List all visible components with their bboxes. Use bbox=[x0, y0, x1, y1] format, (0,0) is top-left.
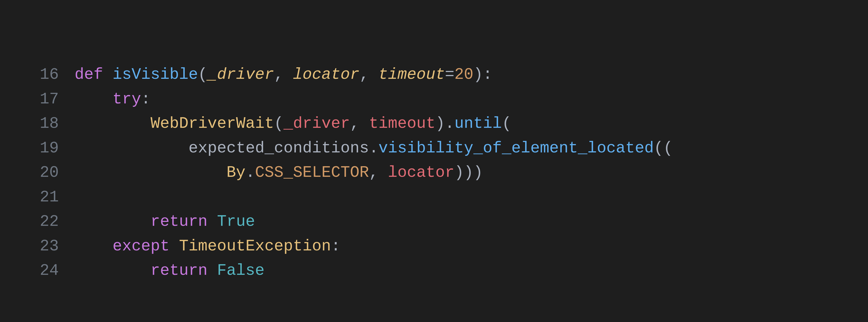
token-kw: return bbox=[151, 262, 217, 280]
token-punct: ( bbox=[274, 115, 283, 133]
token-attr: CSS_SELECTOR bbox=[255, 164, 369, 182]
indent bbox=[74, 90, 113, 108]
token-param: timeout bbox=[378, 66, 445, 83]
code-content[interactable]: except TimeoutException: bbox=[74, 234, 868, 259]
token-cls: WebDriverWait bbox=[151, 115, 274, 133]
line-number: 23 bbox=[0, 234, 74, 259]
token-paramref: timeout bbox=[369, 115, 435, 133]
code-content[interactable]: try: bbox=[74, 87, 868, 112]
code-line[interactable]: 21 bbox=[0, 185, 868, 210]
code-line[interactable]: 24 return False bbox=[0, 258, 868, 283]
indent bbox=[74, 237, 113, 255]
token-bool: False bbox=[217, 262, 265, 280]
token-punct: (( bbox=[654, 139, 673, 157]
token-param: locator bbox=[293, 66, 360, 83]
indent bbox=[74, 164, 226, 182]
indent bbox=[74, 262, 151, 280]
token-punct: ))) bbox=[454, 164, 483, 182]
code-line[interactable]: 17 try: bbox=[0, 87, 868, 112]
code-content[interactable]: def isVisible(_driver, locator, timeout=… bbox=[74, 63, 868, 87]
code-line[interactable]: 22 return True bbox=[0, 210, 868, 234]
token-punct: . bbox=[246, 164, 255, 182]
token-punct: ( bbox=[198, 66, 208, 83]
line-number: 21 bbox=[0, 185, 74, 210]
token-num: 20 bbox=[454, 66, 473, 83]
token-kw: try bbox=[113, 90, 141, 108]
token-punct: , bbox=[360, 66, 378, 83]
token-kw: return bbox=[151, 213, 217, 230]
line-number: 19 bbox=[0, 136, 74, 161]
code-editor[interactable]: 16def isVisible(_driver, locator, timeou… bbox=[0, 0, 868, 283]
token-punct: , bbox=[369, 164, 388, 182]
token-paramref: _driver bbox=[283, 115, 350, 133]
line-number: 20 bbox=[0, 160, 74, 185]
token-var: expected_conditions bbox=[188, 139, 369, 157]
indent bbox=[74, 213, 151, 230]
token-punct: ). bbox=[435, 115, 454, 133]
token-punct: : bbox=[331, 237, 340, 255]
line-number: 17 bbox=[0, 87, 74, 112]
token-punct: , bbox=[274, 66, 293, 83]
token-punct: : bbox=[141, 90, 151, 108]
token-punct: ( bbox=[502, 115, 511, 133]
line-number: 22 bbox=[0, 210, 74, 234]
indent bbox=[74, 115, 151, 133]
token-fn: visibility_of_element_located bbox=[378, 139, 654, 157]
token-punct: ): bbox=[473, 66, 492, 83]
code-content[interactable]: return True bbox=[74, 210, 868, 234]
token-kw: except bbox=[113, 237, 179, 255]
token-kw: def bbox=[74, 66, 113, 83]
code-line[interactable]: 20 By.CSS_SELECTOR, locator))) bbox=[0, 160, 868, 185]
indent bbox=[74, 139, 188, 157]
token-fn: isVisible bbox=[113, 66, 198, 83]
token-punct: , bbox=[350, 115, 369, 133]
token-cls: By bbox=[226, 164, 246, 182]
code-content[interactable]: By.CSS_SELECTOR, locator))) bbox=[74, 160, 868, 185]
code-line[interactable]: 16def isVisible(_driver, locator, timeou… bbox=[0, 63, 868, 87]
code-content[interactable]: expected_conditions.visibility_of_elemen… bbox=[74, 136, 868, 161]
code-line[interactable]: 19 expected_conditions.visibility_of_ele… bbox=[0, 136, 868, 161]
line-number: 24 bbox=[0, 258, 74, 283]
token-paramref: locator bbox=[388, 164, 454, 182]
token-fn: until bbox=[454, 115, 502, 133]
token-bool: True bbox=[217, 213, 255, 230]
code-line[interactable]: 18 WebDriverWait(_driver, timeout).until… bbox=[0, 112, 868, 136]
line-number: 16 bbox=[0, 63, 74, 87]
token-param: _driver bbox=[208, 66, 274, 83]
code-line[interactable]: 23 except TimeoutException: bbox=[0, 234, 868, 259]
token-cls: TimeoutException bbox=[179, 237, 331, 255]
token-punct: . bbox=[369, 139, 378, 157]
code-content[interactable]: WebDriverWait(_driver, timeout).until( bbox=[74, 112, 868, 136]
code-content[interactable]: return False bbox=[74, 258, 868, 283]
line-number: 18 bbox=[0, 112, 74, 136]
token-op: = bbox=[445, 66, 454, 83]
